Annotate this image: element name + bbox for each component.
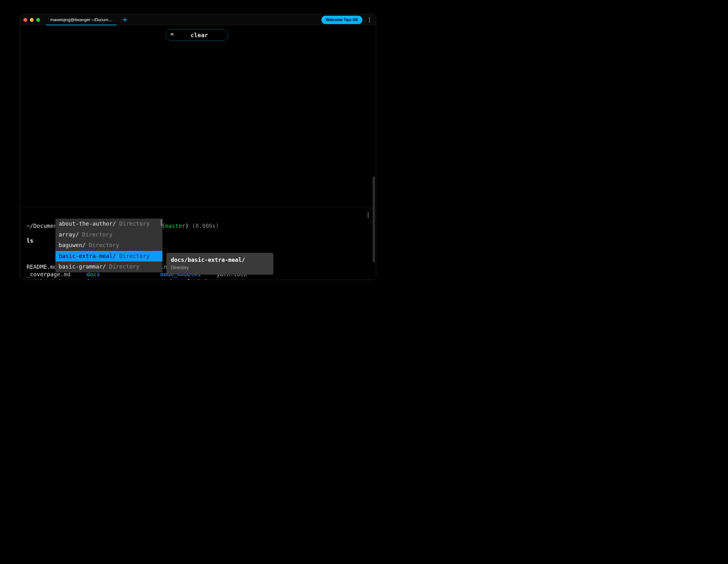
autocomplete-item-name: basic-extra-meal/ [59, 253, 116, 259]
tab-title: maweiqing@itwanger:~/Docum… [50, 17, 112, 22]
close-icon[interactable] [23, 18, 27, 22]
command-block-label: clear [174, 32, 224, 38]
ls-file: package-lock.json [160, 278, 217, 280]
block-divider [20, 207, 376, 207]
autocomplete-item-type: Directory [89, 243, 119, 248]
autocomplete-item-name: array/ [59, 232, 79, 238]
autocomplete-item[interactable]: basic-grammar/ Directory [55, 261, 162, 272]
autocomplete-popup: about-the-author/ Directory array/ Direc… [55, 219, 162, 272]
autocomplete-preview: docs/basic-extra-meal/ Directory [166, 253, 273, 275]
terminal-body: clear ~/Documents/GitHub/toBeBetterJavae… [20, 25, 376, 280]
preview-title: docs/basic-extra-meal/ [171, 257, 269, 263]
window-menu-button[interactable] [366, 17, 373, 23]
zoom-icon[interactable] [36, 18, 40, 22]
tab-active[interactable]: maweiqing@itwanger:~/Docum… [46, 14, 117, 25]
autocomplete-item-selected[interactable]: basic-extra-meal/ Directory [55, 251, 162, 262]
terminal-window: maweiqing@itwanger:~/Docum… Welcome Tips… [20, 14, 376, 280]
command-block-button[interactable]: clear [166, 29, 228, 41]
welcome-tips-label: Welcome Tips 0/5 [326, 18, 358, 22]
git-branch: master [165, 223, 185, 229]
autocomplete-item[interactable]: baguwen/ Directory [55, 240, 162, 251]
welcome-tips-button[interactable]: Welcome Tips 0/5 [321, 16, 362, 24]
autocomplete-item-type: Directory [109, 264, 140, 270]
autocomplete-item[interactable]: about-the-author/ Directory [55, 219, 162, 229]
new-tab-button[interactable] [120, 15, 129, 24]
chevron-up-icon [170, 32, 174, 38]
scrollbar-thumb[interactable] [161, 219, 162, 226]
minimize-icon[interactable] [30, 18, 34, 22]
command-timing: (0.086s) [192, 223, 219, 229]
tab-bar: maweiqing@itwanger:~/Docum… [46, 14, 117, 25]
ls-file: _navbar.md [27, 278, 87, 280]
preview-subtitle: Directory [171, 265, 269, 270]
autocomplete-item-name: baguwen/ [59, 243, 86, 248]
previous-command: ls [27, 237, 33, 244]
plus-icon [123, 18, 127, 22]
autocomplete-item-type: Directory [82, 232, 112, 238]
ls-dir: images [87, 278, 160, 280]
autocomplete-item-name: basic-grammar/ [59, 264, 106, 270]
autocomplete-item-type: Directory [119, 221, 150, 227]
scrollbar-thumb[interactable] [373, 177, 375, 262]
autocomplete-item-type: Directory [119, 253, 150, 259]
title-bar: maweiqing@itwanger:~/Docum… Welcome Tips… [20, 14, 376, 25]
autocomplete-item[interactable]: array/ Directory [55, 229, 162, 240]
autocomplete-item-name: about-the-author/ [59, 221, 116, 227]
window-controls [23, 18, 40, 22]
